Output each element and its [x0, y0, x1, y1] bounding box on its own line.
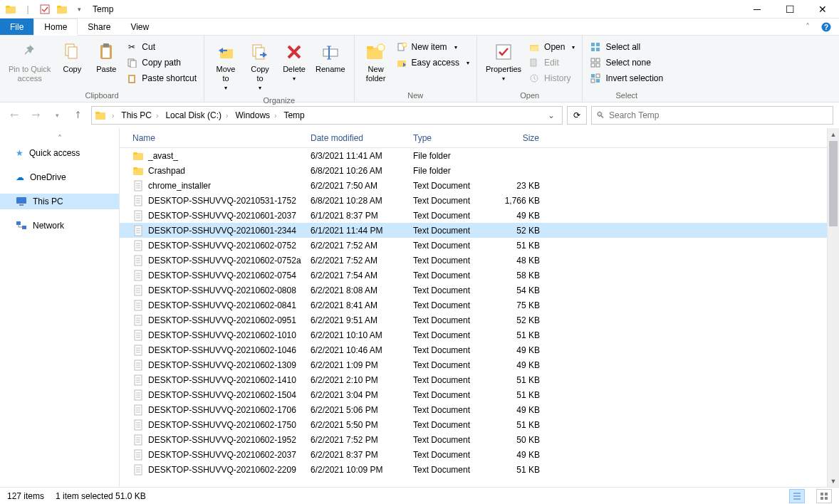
tab-home[interactable]: Home	[33, 19, 78, 36]
history-button[interactable]: History	[526, 70, 578, 86]
large-icons-view-button[interactable]	[816, 489, 832, 503]
scroll-up-icon[interactable]: ▲	[828, 128, 839, 140]
invert-selection-button[interactable]: Invert selection	[587, 70, 666, 86]
file-row[interactable]: DESKTOP-SSHUVVQ-20210602-13096/2/2021 1:…	[120, 357, 827, 372]
search-box[interactable]: 🔍︎	[591, 106, 833, 125]
paste-shortcut-button[interactable]: Paste shortcut	[123, 70, 199, 86]
col-date[interactable]: Date modified	[305, 133, 407, 143]
new-item-button[interactable]: New item▾	[393, 39, 472, 55]
new-item-icon	[396, 41, 407, 53]
col-name[interactable]: Name	[127, 133, 305, 143]
tab-file[interactable]: File	[0, 19, 33, 35]
sidebar-onedrive[interactable]: ☁OneDrive	[0, 169, 119, 185]
sidebar-network[interactable]: Network	[0, 218, 119, 233]
file-row[interactable]: DESKTOP-SSHUVVQ-20210602-10106/2/2021 10…	[120, 327, 827, 342]
file-row[interactable]: chrome_installer6/2/2021 7:50 AMText Doc…	[120, 178, 827, 193]
file-row[interactable]: Crashpad6/8/2021 10:26 AMFile folder	[120, 163, 827, 178]
up-button[interactable]: 🡑	[70, 105, 87, 125]
paste-shortcut-icon	[126, 73, 137, 84]
ribbon: Pin to Quick access Copy Paste ✂Cut Copy…	[0, 36, 839, 103]
copy-button[interactable]: Copy	[55, 38, 89, 77]
move-to-button[interactable]: Move to▾	[209, 38, 243, 95]
newfolder-qat-icon[interactable]	[54, 1, 70, 17]
address-bar[interactable]: › This PC› Local Disk (C:)› Windows› Tem…	[91, 106, 563, 125]
copy-path-button[interactable]: Copy path	[123, 55, 199, 70]
back-button[interactable]: 🡐	[6, 105, 23, 125]
search-input[interactable]	[609, 110, 828, 120]
file-row[interactable]: DESKTOP-SSHUVVQ-20210531-17526/8/2021 10…	[120, 193, 827, 208]
file-row[interactable]: DESKTOP-SSHUVVQ-20210601-20376/1/2021 8:…	[120, 208, 827, 223]
tab-view[interactable]: View	[120, 19, 159, 35]
breadcrumb-segment[interactable]: ›	[108, 107, 117, 124]
breadcrumb-segment[interactable]: Windows›	[232, 107, 279, 124]
refresh-button[interactable]: ⟳	[567, 106, 587, 125]
recent-locations-button[interactable]: ▾	[48, 105, 66, 125]
file-row[interactable]: DESKTOP-SSHUVVQ-20210602-22096/2/2021 10…	[120, 462, 827, 477]
delete-button[interactable]: Delete▾	[277, 38, 311, 85]
file-name: DESKTOP-SSHUVVQ-20210531-1752	[148, 196, 296, 206]
file-row[interactable]: DESKTOP-SSHUVVQ-20210601-23446/1/2021 11…	[120, 223, 827, 238]
file-row[interactable]: DESKTOP-SSHUVVQ-20210602-10466/2/2021 10…	[120, 342, 827, 357]
file-row[interactable]: DESKTOP-SSHUVVQ-20210602-09516/2/2021 9:…	[120, 313, 827, 327]
file-row[interactable]: DESKTOP-SSHUVVQ-20210602-20376/2/2021 8:…	[120, 447, 827, 462]
sidebar-this-pc[interactable]: This PC	[0, 194, 119, 209]
file-row[interactable]: DESKTOP-SSHUVVQ-20210602-17506/2/2021 5:…	[120, 417, 827, 432]
col-size[interactable]: Size	[493, 133, 546, 143]
forward-button[interactable]: 🡒	[27, 105, 44, 125]
file-row[interactable]: DESKTOP-SSHUVVQ-20210602-08086/2/2021 8:…	[120, 283, 827, 298]
file-date: 6/2/2021 5:06 PM	[305, 405, 407, 415]
tab-share[interactable]: Share	[78, 19, 120, 35]
copy-to-button[interactable]: Copy to▾	[243, 38, 277, 95]
nav-collapse-icon[interactable]: ˄	[0, 132, 119, 145]
text-file-icon	[132, 330, 144, 341]
status-selected: 1 item selected 51.0 KB	[56, 491, 146, 501]
ribbon-collapse-icon[interactable]: ˄	[799, 19, 816, 35]
copy-to-icon	[249, 41, 271, 63]
minimize-button[interactable]: ─	[741, 0, 773, 19]
svg-rect-24	[367, 46, 373, 49]
file-row[interactable]: DESKTOP-SSHUVVQ-20210602-0752a6/2/2021 7…	[120, 253, 827, 268]
scroll-down-icon[interactable]: ▼	[828, 475, 839, 487]
file-row[interactable]: DESKTOP-SSHUVVQ-20210602-19526/2/2021 7:…	[120, 432, 827, 447]
file-type: Text Document	[407, 420, 493, 430]
select-none-button[interactable]: Select none	[587, 55, 666, 70]
paste-button[interactable]: Paste	[89, 38, 123, 77]
breadcrumb-segment[interactable]: Temp	[281, 107, 307, 124]
edit-button[interactable]: Edit	[526, 55, 578, 70]
address-dropdown-icon[interactable]: ⌄	[543, 110, 559, 120]
vertical-scrollbar[interactable]: ▲ ▼	[827, 128, 839, 487]
new-folder-button[interactable]: New folder	[359, 38, 393, 86]
file-size: 51 KB	[493, 420, 546, 430]
open-button[interactable]: Open▾	[526, 39, 578, 55]
file-row[interactable]: DESKTOP-SSHUVVQ-20210602-14106/2/2021 2:…	[120, 372, 827, 387]
rename-button[interactable]: Rename	[311, 38, 350, 77]
file-type: Text Document	[407, 435, 493, 445]
pin-quick-access-button[interactable]: Pin to Quick access	[4, 38, 55, 86]
group-clipboard: Pin to Quick access Copy Paste ✂Cut Copy…	[0, 36, 204, 102]
details-view-button[interactable]	[789, 489, 805, 503]
qat-dropdown-icon[interactable]: ▾	[71, 1, 87, 17]
file-row[interactable]: DESKTOP-SSHUVVQ-20210602-17066/2/2021 5:…	[120, 402, 827, 417]
file-name: DESKTOP-SSHUVVQ-20210602-1010	[148, 330, 296, 340]
breadcrumb-segment[interactable]: Local Disk (C:)›	[162, 107, 231, 124]
copy-path-icon	[126, 57, 137, 68]
file-row[interactable]: DESKTOP-SSHUVVQ-20210602-07546/2/2021 7:…	[120, 268, 827, 283]
file-row[interactable]: _avast_6/3/2021 11:41 AMFile folder	[120, 148, 827, 163]
breadcrumb-segment[interactable]: This PC›	[118, 107, 161, 124]
close-button[interactable]: ✕	[806, 0, 839, 19]
maximize-button[interactable]: ☐	[773, 0, 806, 19]
file-row[interactable]: DESKTOP-SSHUVVQ-20210602-15046/2/2021 3:…	[120, 387, 827, 402]
cut-button[interactable]: ✂Cut	[123, 39, 199, 55]
help-icon[interactable]: ?	[818, 19, 835, 35]
file-list[interactable]: Name Date modified Type Size _avast_6/3/…	[120, 128, 827, 487]
select-all-button[interactable]: Select all	[587, 39, 666, 55]
scrollbar-thumb[interactable]	[829, 141, 838, 226]
col-type[interactable]: Type	[407, 133, 493, 143]
properties-button[interactable]: Properties▾	[481, 38, 526, 85]
file-row[interactable]: DESKTOP-SSHUVVQ-20210602-08416/2/2021 8:…	[120, 298, 827, 313]
sidebar-quick-access[interactable]: ★Quick access	[0, 145, 119, 161]
text-file-icon	[132, 270, 144, 281]
easy-access-button[interactable]: Easy access▾	[393, 55, 472, 70]
file-row[interactable]: DESKTOP-SSHUVVQ-20210602-07526/2/2021 7:…	[120, 238, 827, 253]
properties-qat-icon[interactable]	[37, 1, 53, 17]
